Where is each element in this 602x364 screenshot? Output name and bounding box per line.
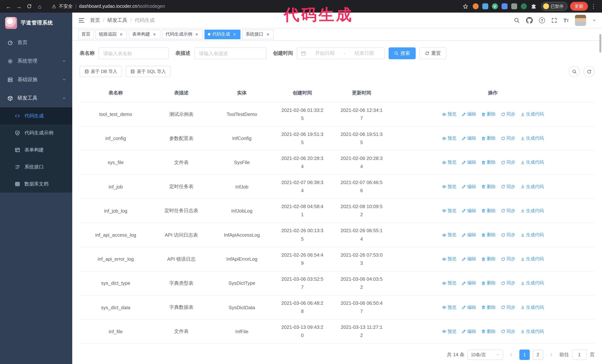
edit-link[interactable]: 编辑 bbox=[462, 328, 476, 335]
extension-icon-blue[interactable] bbox=[482, 3, 488, 9]
preview-link[interactable]: 预览 bbox=[442, 256, 456, 262]
sync-link[interactable]: 同步 bbox=[501, 208, 515, 214]
sync-link[interactable]: 同步 bbox=[501, 135, 515, 142]
sync-link[interactable]: 同步 bbox=[501, 256, 515, 262]
delete-link[interactable]: 删除 bbox=[481, 304, 496, 311]
sidebar-item-codegen-example[interactable]: 代码生成示例 bbox=[0, 125, 72, 141]
generate-code-link[interactable]: 生成代码 bbox=[520, 111, 544, 117]
table-desc-input[interactable] bbox=[194, 47, 266, 59]
tab-form-builder[interactable]: 表单构建× bbox=[129, 30, 161, 39]
tab-close-icon[interactable]: × bbox=[194, 32, 199, 37]
browser-reload-icon[interactable] bbox=[24, 1, 34, 11]
help-icon[interactable]: ? bbox=[539, 17, 545, 23]
page-size-select[interactable]: 10条/页 bbox=[468, 350, 503, 360]
sync-link[interactable]: 同步 bbox=[501, 159, 515, 166]
sync-link[interactable]: 同步 bbox=[501, 184, 515, 190]
extension-icon-grid[interactable] bbox=[511, 3, 517, 9]
tab-codegen[interactable]: 代码生成× bbox=[204, 30, 240, 39]
preview-link[interactable]: 预览 bbox=[442, 232, 456, 238]
generate-code-link[interactable]: 生成代码 bbox=[520, 159, 544, 166]
bookmark-star-icon[interactable] bbox=[461, 1, 470, 11]
preview-link[interactable]: 预览 bbox=[442, 159, 456, 166]
sidebar-item-db-docs[interactable]: 数据库文档 bbox=[0, 176, 72, 193]
github-icon[interactable] bbox=[526, 17, 533, 23]
create-time-range-picker[interactable]: 开始日期 - 结束日期 bbox=[297, 47, 385, 59]
preview-link[interactable]: 预览 bbox=[442, 280, 456, 286]
profile-paused-badge[interactable]: 已暂停 bbox=[541, 2, 568, 11]
edit-link[interactable]: 编辑 bbox=[462, 280, 476, 286]
delete-link[interactable]: 删除 bbox=[481, 256, 496, 262]
fullscreen-icon[interactable] bbox=[551, 17, 557, 23]
import-db-button[interactable]: 基于 DB 导入 bbox=[80, 66, 122, 77]
tab-codegen-example[interactable]: 代码生成示例× bbox=[162, 30, 203, 39]
font-size-icon[interactable]: TT bbox=[563, 18, 569, 23]
generate-code-link[interactable]: 生成代码 bbox=[520, 280, 544, 286]
preview-link[interactable]: 预览 bbox=[442, 184, 456, 190]
import-sql-button[interactable]: 基于 SQL 导入 bbox=[126, 66, 171, 77]
delete-link[interactable]: 删除 bbox=[481, 232, 496, 238]
preview-link[interactable]: 预览 bbox=[442, 111, 456, 117]
toggle-search-button[interactable] bbox=[569, 66, 580, 77]
page-1-button[interactable]: 1 bbox=[519, 350, 530, 360]
sidebar-toggle-icon[interactable] bbox=[78, 17, 85, 23]
generate-code-link[interactable]: 生成代码 bbox=[520, 208, 544, 214]
delete-link[interactable]: 删除 bbox=[481, 184, 496, 190]
extensions-puzzle-icon[interactable] bbox=[529, 1, 538, 11]
next-page-button[interactable] bbox=[546, 350, 556, 360]
edit-link[interactable]: 编辑 bbox=[462, 159, 476, 166]
preview-link[interactable]: 预览 bbox=[442, 328, 456, 335]
tab-close-icon[interactable]: × bbox=[118, 32, 124, 37]
sidebar-item-dev-tools[interactable]: 研发工具 bbox=[0, 89, 72, 107]
prev-page-button[interactable] bbox=[506, 350, 516, 360]
delete-link[interactable]: 删除 bbox=[481, 280, 496, 286]
reset-button[interactable]: 重置 bbox=[419, 47, 446, 59]
tab-close-icon[interactable]: × bbox=[265, 32, 270, 37]
address-bar[interactable]: ⚠ 不安全 | dashboard.yudao.iocoder.cn/tool/… bbox=[47, 1, 458, 11]
edit-link[interactable]: 编辑 bbox=[462, 111, 476, 117]
browser-forward-icon[interactable]: → bbox=[14, 1, 24, 11]
sync-link[interactable]: 同步 bbox=[501, 304, 515, 311]
goto-page-input[interactable] bbox=[572, 350, 587, 360]
table-name-input[interactable] bbox=[98, 47, 169, 59]
tab-home[interactable]: 首页 bbox=[78, 30, 94, 39]
search-icon[interactable] bbox=[514, 17, 520, 23]
preview-link[interactable]: 预览 bbox=[442, 208, 456, 214]
sidebar-item-home[interactable]: 首页 bbox=[0, 33, 72, 52]
edit-link[interactable]: 编辑 bbox=[462, 256, 476, 262]
breadcrumb-dev-tools[interactable]: 研发工具 bbox=[108, 17, 128, 23]
preview-link[interactable]: 预览 bbox=[442, 135, 456, 142]
edit-link[interactable]: 编辑 bbox=[462, 135, 476, 142]
browser-home-icon[interactable]: ⌂ bbox=[35, 1, 44, 11]
vue-devtools-icon[interactable]: V bbox=[492, 3, 498, 9]
avatar-caret-icon[interactable] bbox=[592, 18, 596, 22]
delete-link[interactable]: 删除 bbox=[481, 111, 496, 117]
generate-code-link[interactable]: 生成代码 bbox=[520, 304, 544, 311]
user-avatar[interactable] bbox=[575, 15, 586, 26]
sidebar-item-system[interactable]: 系统管理 bbox=[0, 52, 72, 70]
sidebar-item-form-builder[interactable]: 表单构建 bbox=[0, 141, 72, 158]
sidebar-item-codegen[interactable]: 代码生成 bbox=[0, 107, 72, 125]
generate-code-link[interactable]: 生成代码 bbox=[520, 135, 544, 142]
page-2-button[interactable]: 2 bbox=[533, 350, 543, 360]
sidebar-item-system-api[interactable]: 系统接口 bbox=[0, 158, 72, 176]
tab-link-trace[interactable]: 链路追踪× bbox=[96, 30, 127, 39]
extension-icon-orange[interactable] bbox=[473, 3, 478, 9]
breadcrumb-home[interactable]: 首页 bbox=[90, 17, 100, 23]
tab-close-icon[interactable]: × bbox=[232, 32, 237, 37]
generate-code-link[interactable]: 生成代码 bbox=[520, 232, 544, 238]
chrome-update-button[interactable]: 更新 bbox=[570, 2, 588, 11]
scrollbar-thumb[interactable] bbox=[599, 34, 601, 52]
tab-close-icon[interactable]: × bbox=[152, 32, 157, 37]
browser-back-icon[interactable]: ← bbox=[4, 1, 13, 11]
preview-link[interactable]: 预览 bbox=[442, 304, 456, 311]
browser-menu-icon[interactable]: ⋮ bbox=[589, 1, 598, 11]
edit-link[interactable]: 编辑 bbox=[462, 304, 476, 311]
sync-link[interactable]: 同步 bbox=[501, 232, 515, 238]
generate-code-link[interactable]: 生成代码 bbox=[520, 184, 544, 190]
tab-system-api[interactable]: 系统接口× bbox=[242, 30, 274, 39]
sync-link[interactable]: 同步 bbox=[501, 328, 515, 335]
sync-link[interactable]: 同步 bbox=[501, 280, 515, 286]
extension-icon-contacts[interactable] bbox=[501, 3, 507, 9]
sidebar-item-infrastructure[interactable]: 基础设施 bbox=[0, 70, 72, 89]
delete-link[interactable]: 删除 bbox=[481, 328, 496, 335]
